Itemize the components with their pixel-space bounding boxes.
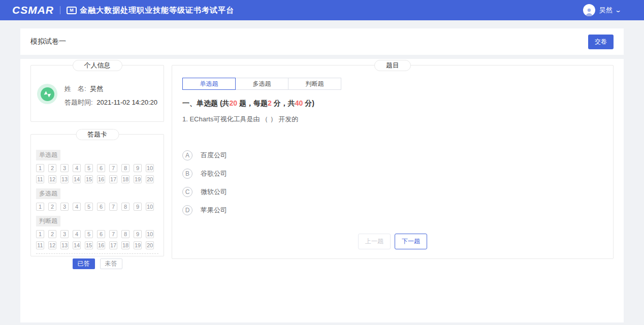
answer-number-box[interactable]: 7 bbox=[109, 230, 117, 238]
answer-number-box[interactable]: 5 bbox=[85, 203, 93, 211]
answer-number-box[interactable]: 10 bbox=[146, 164, 154, 172]
left-sidebar: 个人信息 姓 名: 昊然 bbox=[30, 65, 164, 256]
answer-number-box[interactable]: 16 bbox=[97, 241, 105, 249]
personal-info-title: 个人信息 bbox=[73, 60, 122, 71]
option-B[interactable]: B谷歌公司 bbox=[182, 169, 603, 179]
option-D[interactable]: D苹果公司 bbox=[182, 205, 603, 215]
answer-number-box[interactable]: 3 bbox=[60, 230, 69, 238]
answer-number-box[interactable]: 6 bbox=[97, 230, 105, 238]
student-avatar-icon bbox=[41, 87, 54, 101]
answer-number-box[interactable]: 18 bbox=[121, 175, 130, 183]
app-header: CSMAR M 金融大数据处理职业技能等级证书考试平台 昊然 ⌄ bbox=[0, 0, 644, 20]
question-panel-title: 题目 bbox=[374, 60, 411, 71]
answer-number-box[interactable]: 15 bbox=[85, 241, 93, 249]
answer-number-box[interactable]: 6 bbox=[97, 203, 105, 211]
tab-单选题[interactable]: 单选题 bbox=[182, 78, 236, 90]
answer-number-box[interactable]: 17 bbox=[109, 175, 117, 183]
answer-number-box[interactable]: 12 bbox=[48, 175, 56, 183]
answer-number-box[interactable]: 15 bbox=[85, 175, 93, 183]
answer-number-box[interactable]: 10 bbox=[146, 203, 154, 211]
answer-time-label: 答题时间: bbox=[65, 99, 93, 106]
answer-number-box[interactable]: 12 bbox=[48, 241, 56, 249]
answer-number-box[interactable]: 5 bbox=[85, 230, 93, 238]
tab-判断题[interactable]: 判断题 bbox=[288, 78, 341, 90]
answer-number-box[interactable]: 7 bbox=[109, 164, 117, 172]
header-divider bbox=[60, 6, 60, 14]
answer-number-box[interactable]: 9 bbox=[134, 230, 142, 238]
answer-number-grid: 1234567891011121314151617181920 bbox=[36, 230, 158, 249]
option-letter-circle: D bbox=[182, 205, 192, 215]
answer-card-legend: 已答 未答 bbox=[36, 253, 158, 274]
answer-number-box[interactable]: 3 bbox=[60, 203, 69, 211]
answer-number-box[interactable]: 10 bbox=[146, 230, 154, 238]
heading-total-count: 20 bbox=[230, 99, 238, 107]
user-avatar-icon bbox=[583, 4, 595, 16]
answer-number-box[interactable]: 2 bbox=[48, 203, 56, 211]
answer-number-box[interactable]: 1 bbox=[36, 164, 44, 172]
page-title: 模拟试卷一 bbox=[30, 37, 66, 46]
platform-logo-icon: M bbox=[67, 7, 77, 14]
answer-number-box[interactable]: 14 bbox=[73, 175, 81, 183]
option-C[interactable]: C微软公司 bbox=[182, 187, 603, 197]
personal-info-rows: 姓 名: 昊然 答题时间: 2021-11-02 14:20:20 bbox=[65, 83, 157, 112]
answer-number-box[interactable]: 13 bbox=[60, 241, 69, 249]
name-row: 姓 名: 昊然 bbox=[65, 84, 157, 93]
answer-number-box[interactable]: 3 bbox=[60, 164, 69, 172]
option-text: 微软公司 bbox=[201, 187, 227, 197]
answer-number-box[interactable]: 4 bbox=[73, 164, 81, 172]
answer-number-box[interactable]: 8 bbox=[121, 230, 130, 238]
option-A[interactable]: A百度公司 bbox=[182, 150, 603, 160]
answer-number-box[interactable]: 14 bbox=[73, 241, 81, 249]
answer-number-box[interactable]: 8 bbox=[121, 164, 130, 172]
heading-text: 一、单选题 (共 bbox=[182, 99, 230, 107]
csmar-logo: CSMAR bbox=[12, 4, 54, 16]
answer-number-box[interactable]: 1 bbox=[36, 230, 44, 238]
answer-number-box[interactable]: 4 bbox=[73, 203, 81, 211]
answer-number-box[interactable]: 1 bbox=[36, 203, 44, 211]
answer-number-box[interactable]: 16 bbox=[97, 175, 105, 183]
heading-text: 分) bbox=[303, 99, 314, 107]
answer-card-groups: 单选题1234567891011121314151617181920多选题123… bbox=[36, 149, 158, 253]
next-question-button[interactable]: 下一题 bbox=[395, 234, 427, 249]
answer-group: 判断题1234567891011121314151617181920 bbox=[36, 215, 158, 253]
legend-answered-badge: 已答 bbox=[73, 258, 95, 269]
answer-group-label: 单选题 bbox=[36, 150, 60, 160]
answer-number-box[interactable]: 2 bbox=[48, 230, 56, 238]
answer-number-box[interactable]: 13 bbox=[60, 175, 69, 183]
answer-number-grid: 1234567891011121314151617181920 bbox=[36, 164, 158, 183]
answer-number-box[interactable]: 19 bbox=[134, 175, 142, 183]
answer-number-box[interactable]: 8 bbox=[121, 203, 130, 211]
answer-number-box[interactable]: 17 bbox=[109, 241, 117, 249]
answer-group: 多选题12345678910 bbox=[36, 187, 158, 215]
answer-number-box[interactable]: 5 bbox=[85, 164, 93, 172]
prev-question-button[interactable]: 上一题 bbox=[358, 234, 391, 249]
heading-text: 题，每题 bbox=[237, 99, 268, 107]
answer-number-box[interactable]: 6 bbox=[97, 164, 105, 172]
personal-info-card: 个人信息 姓 名: 昊然 bbox=[30, 65, 164, 122]
answer-number-box[interactable]: 18 bbox=[121, 241, 130, 249]
name-label: 姓 名: bbox=[65, 85, 86, 92]
question-options: A百度公司B谷歌公司C微软公司D苹果公司 bbox=[182, 150, 603, 215]
heading-points-each: 2 bbox=[268, 99, 272, 107]
option-text: 谷歌公司 bbox=[201, 169, 227, 178]
section-heading: 一、单选题 (共20 题，每题2 分，共40 分) bbox=[182, 99, 603, 108]
submit-exam-button[interactable]: 交卷 bbox=[588, 35, 614, 49]
answer-number-box[interactable]: 20 bbox=[146, 175, 154, 183]
answer-number-box[interactable]: 2 bbox=[48, 164, 56, 172]
answer-number-box[interactable]: 9 bbox=[134, 203, 142, 211]
answer-number-box[interactable]: 9 bbox=[134, 164, 142, 172]
option-letter-circle: C bbox=[182, 187, 192, 197]
answer-group-label: 判断题 bbox=[36, 216, 60, 226]
user-menu[interactable]: 昊然 ⌄ bbox=[583, 4, 621, 16]
answer-number-box[interactable]: 11 bbox=[36, 175, 44, 183]
answer-number-box[interactable]: 20 bbox=[146, 241, 154, 249]
answer-number-box[interactable]: 11 bbox=[36, 241, 44, 249]
answer-number-box[interactable]: 7 bbox=[109, 203, 117, 211]
tab-多选题[interactable]: 多选题 bbox=[235, 78, 288, 90]
answer-group: 单选题1234567891011121314151617181920 bbox=[36, 149, 158, 187]
student-avatar bbox=[37, 84, 57, 104]
question-text: 1. ECharts可视化工具是由 （ ） 开发的 bbox=[182, 115, 603, 124]
answer-number-box[interactable]: 4 bbox=[73, 230, 81, 238]
chevron-down-icon: ⌄ bbox=[615, 7, 622, 14]
answer-number-box[interactable]: 19 bbox=[134, 241, 142, 249]
